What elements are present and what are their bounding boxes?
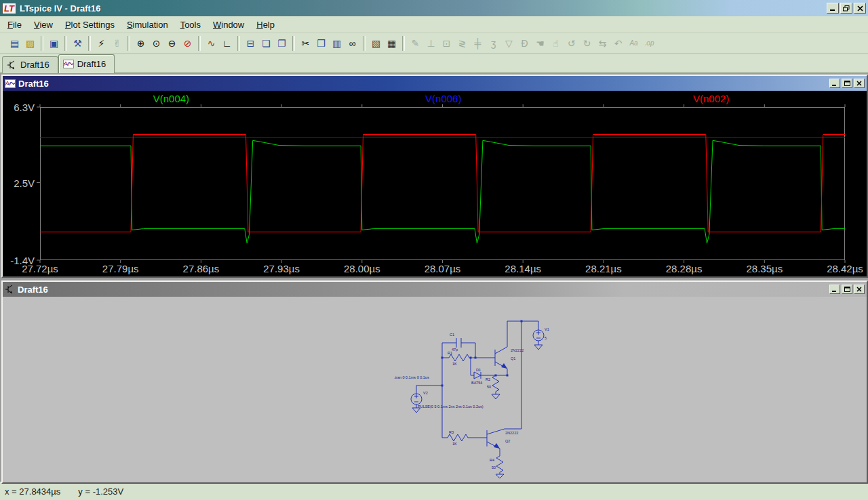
waveform-plot-area[interactable]: V(n004) V(n006) V(n002) 6.3V2.5V-1.4V 27… [3,91,867,276]
minimize-button[interactable] [827,3,839,14]
tab-bar: Draft16 Draft16 [0,54,868,73]
resistor-icon: ≷ [454,36,470,51]
run-icon[interactable]: ⚡ [94,36,109,51]
rotate-icon: ↶ [610,36,626,51]
x-tick-label: 28.35µs [746,263,783,274]
copy-icon[interactable]: ❒ [313,36,329,51]
spice-directive-icon: .op [642,36,657,51]
y-axis-labels: 6.3V2.5V-1.4V [4,107,37,260]
drag-icon: ☝ [548,36,564,51]
ground-icon: ⊥ [423,36,439,51]
save-icon[interactable]: ▣ [46,36,62,51]
x-tick-label: 28.14µs [505,263,541,274]
schematic-window-title: Draft16 [18,285,48,295]
ground-symbol [492,394,500,399]
inductor-icon: ʒ [486,36,501,51]
schematic-label: 2N2222 [511,348,524,352]
tile-horizontal-icon[interactable]: ⊟ [243,36,258,51]
resistor-r2-symbol [492,375,499,394]
toolbar-separator [64,36,67,51]
restore-button[interactable] [840,3,852,14]
x-tick-label: 28.28µs [666,263,703,274]
y-tick-label: 2.5V [14,177,35,188]
close-button[interactable] [854,79,865,88]
ground-symbol [412,408,420,413]
waveform-window-title: Draft16 [18,79,49,89]
close-button[interactable] [854,285,865,294]
mirror-icon: ⇆ [595,36,610,51]
tab-draft16-waveform[interactable]: Draft16 [58,54,115,73]
new-schematic-icon[interactable]: ▤ [7,36,22,51]
legend-trace-vn006[interactable]: V(n006) [425,93,461,104]
menu-help[interactable]: Help [250,18,281,32]
minimize-button[interactable] [829,79,840,88]
schematic-label: .tran 0 0.1ms 0 0.1us [394,375,429,379]
tab-draft16-schematic[interactable]: Draft16 [2,56,58,73]
undo-icon: ↺ [564,36,579,51]
toolbar-separator [363,36,366,51]
redo-icon: ↻ [579,36,595,51]
schematic-window: Draft16 [1,280,868,484]
zoom-back-icon[interactable]: ⊘ [180,36,195,51]
x-tick-label: 28.00µs [344,263,380,274]
schematic-canvas[interactable]: .tran 0 0.1ms 0 0.1usPULSE(0 5 0.1ms 2ns… [3,297,867,482]
x-tick-label: 28.07µs [425,263,461,274]
menu-view[interactable]: View [28,18,59,32]
diode-d1-symbol [474,372,481,379]
print-preview-icon[interactable]: ▧ [368,36,384,51]
resistor-r4-symbol [496,456,503,474]
plot-settings-icon[interactable]: ∿ [203,36,219,51]
trace-V(n002) [40,135,845,232]
tile-vertical-icon[interactable]: ❐ [274,36,290,51]
paste-icon[interactable]: ▥ [329,36,344,51]
schematic-window-titlebar: Draft16 [3,282,867,297]
schematic-transistor-icon [5,285,15,294]
schematic-label: 1K [452,362,457,366]
legend-trace-vn002[interactable]: V(n002) [693,93,729,104]
waveform-icon [63,60,74,68]
ground-symbol [496,474,504,478]
x-tick-label: 27.79µs [102,263,139,274]
schematic-label: 1K [452,442,457,446]
schematic-label: 50 [492,465,496,470]
zoom-full-extents-icon[interactable]: ⊙ [149,36,164,51]
cut-icon[interactable]: ✂ [298,36,313,51]
x-tick-label: 27.93µs [263,263,300,274]
capacitor-symbol [456,338,461,348]
trace-legend: V(n004) V(n006) V(n002) [3,91,867,106]
minimize-button[interactable] [829,285,840,294]
cascade-windows-icon[interactable]: ❏ [258,36,274,51]
menu-simulation[interactable]: Simulation [121,18,174,32]
draw-wire-icon: ✎ [408,36,423,51]
menu-bar: FileViewPlot SettingsSimulationToolsWind… [0,16,868,33]
tab-label: Draft16 [77,59,106,69]
x-tick-label: 28.21µs [585,263,622,274]
app-window: LT LTspice IV - Draft16 FileViewPlot Set… [0,0,868,500]
resistor-r1-symbol [442,354,495,361]
app-logo-icon: LT [2,3,16,14]
find-icon[interactable]: ∞ [344,36,360,51]
schematic-label: PULSE(0 5 0.1ms 2ns 2ns 0.1us 0.2us) [418,404,484,409]
maximize-button[interactable] [842,79,852,88]
schematic-label: 47p [452,348,458,352]
menu-plot-settings[interactable]: Plot Settings [59,18,121,32]
menu-file[interactable]: File [1,18,28,32]
zoom-in-icon[interactable]: ⊕ [133,36,149,51]
plot-canvas[interactable] [40,107,845,260]
menu-tools[interactable]: Tools [174,18,207,32]
x-axis-labels: 27.72µs27.79µs27.86µs27.93µs28.00µs28.07… [40,260,845,275]
resistor-r3-symbol [442,434,487,441]
control-panel-icon[interactable]: ⚒ [70,36,85,51]
menu-window[interactable]: Window [207,18,250,32]
trace-V(n004) [40,140,845,243]
close-button[interactable] [854,3,866,14]
zoom-out-icon[interactable]: ⊖ [164,36,180,51]
schematic-label: R1 [448,351,452,355]
toolbar-separator [41,36,43,51]
autorange-icon[interactable]: ∟ [219,36,235,51]
open-file-icon[interactable]: ▨ [22,36,38,51]
maximize-button[interactable] [842,285,852,294]
toolbar-separator [88,36,91,51]
print-icon[interactable]: ▦ [384,36,399,51]
legend-trace-vn004[interactable]: V(n004) [153,93,189,104]
